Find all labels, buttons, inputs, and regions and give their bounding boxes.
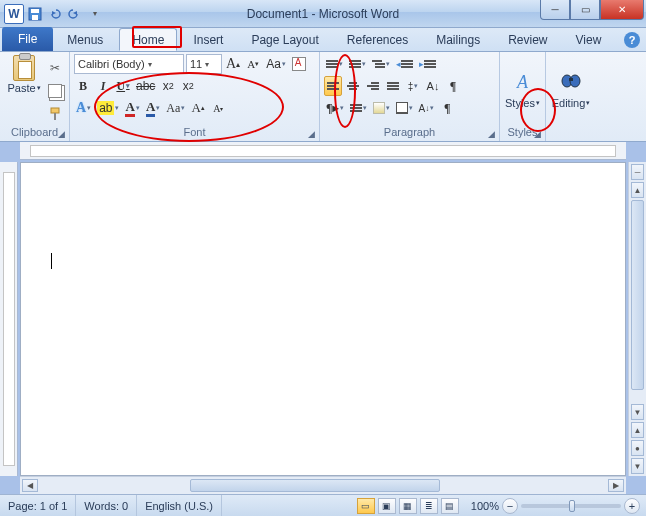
editing-button[interactable]: Editing▾ [551,69,591,111]
increase-font-button[interactable]: A▴ [189,98,207,118]
copy-button[interactable] [46,81,64,101]
copy-icon [48,84,62,98]
print-layout-view-button[interactable]: ▭ [357,498,375,514]
paste-button[interactable]: Paste▾ [4,54,44,125]
scroll-up-icon[interactable]: ▲ [631,182,644,198]
redo-icon[interactable] [66,5,84,23]
title-bar: W ▾ Document1 - Microsoft Word ─ ▭ ✕ [0,0,646,28]
az-sort-button[interactable]: A↓ [417,98,437,118]
draft-view-button[interactable]: ▤ [441,498,459,514]
subscript-button[interactable]: x2 [159,76,177,96]
next-page-icon[interactable]: ▼ [631,458,644,474]
tab-mailings[interactable]: Mailings [424,28,492,51]
dist-button[interactable] [348,98,369,118]
styles-button[interactable]: A Styles▾ [503,69,543,111]
scroll-left-icon[interactable]: ◀ [22,479,38,492]
enclose-characters-button[interactable]: Aa [164,98,187,118]
zoom-level[interactable]: 100% [471,500,499,512]
decrease-indent-button[interactable] [394,54,415,74]
styles-launcher[interactable]: ◢ [531,128,543,140]
file-tab[interactable]: File [2,27,53,51]
zoom-out-button[interactable]: − [502,498,518,514]
horizontal-ruler[interactable] [20,142,626,160]
underline-button[interactable]: U [114,76,132,96]
status-words[interactable]: Words: 0 [76,495,137,516]
shrink-font-button[interactable]: A▾ [244,54,262,74]
strikethrough-button[interactable]: abc [134,76,157,96]
fullscreen-reading-view-button[interactable]: ▣ [378,498,396,514]
borders-button[interactable] [394,98,415,118]
pilcrow2-button[interactable]: ¶ [438,98,456,118]
character-shading-button[interactable]: A [144,98,162,118]
word-app-icon[interactable]: W [4,4,24,24]
cut-button[interactable] [46,58,64,78]
multilevel-button[interactable] [370,54,392,74]
tab-page-layout[interactable]: Page Layout [239,28,330,51]
document-page[interactable] [20,162,626,476]
vertical-ruler[interactable] [0,162,18,476]
shading-button[interactable] [371,98,392,118]
outline-view-button[interactable]: ≣ [420,498,438,514]
tab-menus[interactable]: Menus [55,28,115,51]
show-hide-button[interactable]: ¶ [444,76,462,96]
hscroll-thumb[interactable] [190,479,440,492]
help-icon[interactable]: ? [624,32,640,48]
clear-formatting-button[interactable] [290,54,308,74]
font-name-combo[interactable]: Calibri (Body)▾ [74,54,184,74]
paragraph-launcher[interactable]: ◢ [485,128,497,140]
scroll-right-icon[interactable]: ▶ [608,479,624,492]
text-effects-button[interactable]: A [74,98,93,118]
zoom-slider[interactable] [521,504,621,508]
scroll-split-icon[interactable]: ─ [631,164,644,180]
increase-indent-button[interactable] [417,54,438,74]
font-launcher[interactable]: ◢ [305,128,317,140]
status-language[interactable]: English (U.S.) [137,495,222,516]
web-layout-view-button[interactable]: ▦ [399,498,417,514]
font-size-combo[interactable]: 11▾ [186,54,222,74]
italic-button[interactable]: I [94,76,112,96]
align-right-button[interactable] [364,76,382,96]
line-spacing-button[interactable]: ‡ [404,76,422,96]
bullets-button[interactable] [324,54,345,74]
font-color-button[interactable]: A [123,98,141,118]
zoom-slider-knob[interactable] [569,500,575,512]
clipboard-launcher[interactable]: ◢ [55,128,67,140]
undo-icon[interactable] [46,5,64,23]
justify-button[interactable] [384,76,402,96]
font-name-value: Calibri (Body) [78,58,145,70]
vscroll-thumb[interactable] [631,200,644,390]
format-painter-button[interactable] [46,104,64,124]
tab-review[interactable]: Review [496,28,559,51]
ltr-icon: ¶▸ [326,101,339,116]
zoom-in-button[interactable]: + [624,498,640,514]
qat-customize-icon[interactable]: ▾ [86,5,104,23]
align-left-button[interactable] [324,76,342,96]
change-case-button[interactable]: Aa [264,54,288,74]
tab-view[interactable]: View [564,28,614,51]
highlight-button[interactable]: ab [95,98,121,118]
horizontal-scrollbar[interactable]: ◀ ▶ [20,476,626,494]
tab-references[interactable]: References [335,28,420,51]
ltr-button[interactable]: ¶▸ [324,98,346,118]
tab-insert[interactable]: Insert [181,28,235,51]
align-center-button[interactable] [344,76,362,96]
decrease-font-button[interactable]: A▾ [209,98,227,118]
prev-page-icon[interactable]: ▲ [631,422,644,438]
bold-button[interactable]: B [74,76,92,96]
browse-object-icon[interactable]: ● [631,440,644,456]
status-page[interactable]: Page: 1 of 1 [0,495,76,516]
superscript-button[interactable]: x2 [179,76,197,96]
minimize-button[interactable]: ─ [540,0,570,20]
numbering-button[interactable] [347,54,368,74]
tab-home[interactable]: Home [119,28,177,51]
save-icon[interactable] [26,5,44,23]
scroll-down-icon[interactable]: ▼ [631,404,644,420]
sort-button[interactable]: A↓ [424,76,442,96]
document-viewport: ─ ▲ ▼ ▲ ● ▼ ◀ ▶ [0,162,646,494]
format-painter-icon [48,107,62,121]
maximize-button[interactable]: ▭ [570,0,600,20]
grow-font-button[interactable]: A▴ [224,54,242,74]
close-button[interactable]: ✕ [600,0,644,20]
svg-rect-1 [31,9,39,13]
vertical-scrollbar[interactable]: ─ ▲ ▼ ▲ ● ▼ [628,162,646,476]
